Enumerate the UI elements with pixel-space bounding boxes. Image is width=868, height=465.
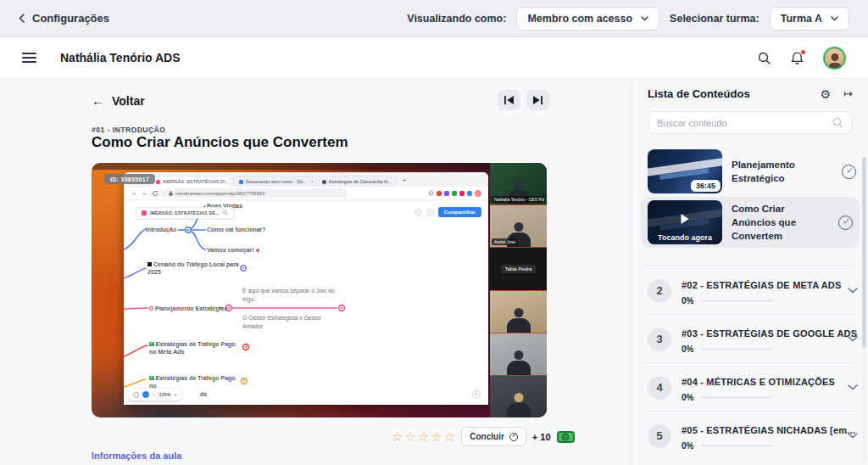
module-row[interactable]: 4 #04 - MÉTRICAS E OTIMIZAÇÕES 0% (648, 363, 858, 412)
module-title: #03 - ESTRATÉGIAS DE GOOGLE ADS (682, 328, 857, 339)
view-as-dropdown[interactable]: Membro com acesso (516, 7, 659, 31)
previous-lesson-button[interactable] (498, 90, 520, 110)
mindmeister-favicon (156, 180, 160, 184)
mindmap-node-scenario: Cenário do Tráfego Local para 2025 (147, 261, 242, 277)
participants-strip: Nathalia Tenório - CEO Flat Digital Andr… (490, 163, 547, 417)
back-label: Voltar (112, 94, 145, 108)
reload-icon (152, 190, 159, 197)
star-icon[interactable] (392, 430, 403, 443)
rocket-icon (255, 247, 261, 253)
browser-extensions (428, 190, 481, 197)
participant-tile: André José (490, 204, 547, 247)
module-row[interactable]: 5 #05 - ESTRATÉGIAS NICHADAS [em... 0% (648, 412, 858, 460)
map-icon (142, 210, 147, 216)
select-class-label: Selecionar turma: (670, 13, 760, 25)
macos-menubar (92, 163, 547, 170)
content-search-box (648, 111, 853, 134)
progress-bar (701, 396, 773, 399)
class-value: Turma A (781, 13, 822, 25)
participant-name: Talita Pedra (501, 265, 537, 273)
star-icon[interactable] (444, 430, 455, 443)
module-row[interactable]: 2 #02 - ESTRATÉGIAS DE META ADS 0% (648, 266, 858, 315)
complete-lesson-button[interactable]: Concluir (461, 427, 526, 446)
browser-profile-avatar (475, 190, 481, 197)
module-kicker: #01 - INTRODUÇÃO (92, 126, 165, 134)
extension-icon (452, 191, 457, 196)
participant-tile (490, 290, 547, 333)
search-icon[interactable] (757, 51, 771, 65)
module-number: 2 (648, 279, 671, 303)
mindmap-zoom-controls: − 135% + (128, 389, 182, 401)
chevron-down-icon[interactable] (848, 288, 858, 294)
viewer-id-badge: ID: 39895017 (104, 174, 155, 184)
mindmap-node-how: Como vai funcionar? (207, 226, 266, 233)
app-header: Nathália Tenório ADS (0, 37, 868, 79)
module-progress: 0% (682, 345, 693, 354)
pdf-extension-icon (437, 191, 442, 196)
module-progress: 0% (682, 441, 693, 451)
back-button[interactable]: ← Voltar (92, 93, 145, 108)
view-as-label: Visualizando como: (407, 13, 506, 25)
check-emoji-icon (149, 376, 154, 381)
star-icon[interactable] (404, 430, 415, 443)
video-player[interactable]: ID: 39895017 IMERSÃO: ESTRATÉGIAS DI...×… (92, 163, 547, 417)
user-avatar[interactable] (823, 47, 846, 70)
lesson-list-item-active[interactable]: Tocando agora Como Criar Anúncios que Co… (641, 197, 860, 248)
module-progress: 0% (682, 296, 693, 305)
new-tab-icon (400, 176, 409, 185)
participant-silhouette (507, 403, 531, 417)
content-search-input[interactable] (657, 118, 832, 128)
mark-complete-icon[interactable] (838, 216, 853, 230)
chevron-down-icon (641, 16, 648, 21)
star-icon[interactable] (418, 430, 429, 443)
browser-back-icon: ← (131, 189, 137, 197)
progress-bar (701, 300, 773, 302)
progress-bar (701, 445, 773, 447)
participant-name: Nathalia Tenório - CEO Flat Digital (492, 196, 544, 203)
search-icon (832, 117, 843, 128)
check-emoji-icon (149, 342, 154, 347)
class-dropdown[interactable]: Turma A (770, 7, 849, 31)
chevron-down-icon[interactable] (848, 433, 858, 439)
lesson-title: Como Criar Anúncios que Convertem (92, 134, 348, 151)
menu-icon[interactable] (22, 53, 36, 63)
chevron-down-icon[interactable] (848, 384, 858, 390)
module-title: #02 - ESTRATÉGIAS DE META ADS (682, 280, 842, 290)
participant-silhouette (507, 318, 531, 333)
lesson-item-title: Como Criar Anúncios que Convertem (732, 202, 829, 243)
sidebar-scrollbar[interactable] (862, 157, 866, 462)
browser-tab: IMERSÃO: ESTRATÉGIAS DI...× (149, 176, 231, 187)
check-circle-icon (509, 433, 518, 441)
notifications-bell-icon[interactable] (790, 51, 804, 65)
chevron-down-icon[interactable] (848, 336, 858, 342)
presentation-icon (415, 209, 422, 216)
back-to-settings-link[interactable]: Configurações (19, 12, 109, 25)
extension-icon (467, 191, 472, 196)
admin-preview-bar: Configurações Visualizando como: Membro … (0, 0, 868, 37)
mindmap-node-planning: Planejamento Estratégico (149, 305, 228, 312)
mark-complete-icon[interactable] (842, 165, 856, 179)
back-to-settings-label: Configurações (32, 12, 109, 25)
star-icon[interactable] (431, 430, 442, 443)
lesson-thumbnail: Tocando agora (648, 200, 722, 244)
search-icon (223, 210, 228, 216)
progress-bar (701, 348, 773, 350)
next-lesson-button[interactable] (526, 90, 549, 110)
gear-icon[interactable]: ⚙ (821, 88, 832, 100)
mindmap-breadcrumb-pill: IMERSÃO: ESTRATÉGIAS DE... (136, 207, 234, 219)
lesson-list-item[interactable]: 36:45 Planejamento Estratégico (648, 148, 856, 195)
address-bar: mindmeister.com/app/map/3627705663 (163, 188, 348, 198)
content-list-sidebar: Lista de Conteúdos ⚙ ↦ 36:45 Planejament… (632, 79, 868, 465)
collapse-panel-icon[interactable]: ↦ (843, 88, 853, 99)
participant-tile (490, 375, 547, 417)
lesson-nav-buttons (498, 90, 549, 110)
arrow-left-icon: ← (92, 93, 104, 108)
module-title: #04 - MÉTRICAS E OTIMIZAÇÕES (682, 377, 835, 387)
zoom-in-icon: + (175, 392, 178, 397)
sidebar-title: Lista de Conteúdos (648, 87, 821, 100)
history-icon (426, 209, 434, 216)
browser-forward-icon: → (142, 189, 148, 197)
lesson-info-link[interactable]: Informações da aula (92, 451, 181, 461)
help-icon (472, 390, 481, 399)
module-row[interactable]: 3 #03 - ESTRATÉGIAS DE GOOGLE ADS 0% (648, 315, 858, 363)
